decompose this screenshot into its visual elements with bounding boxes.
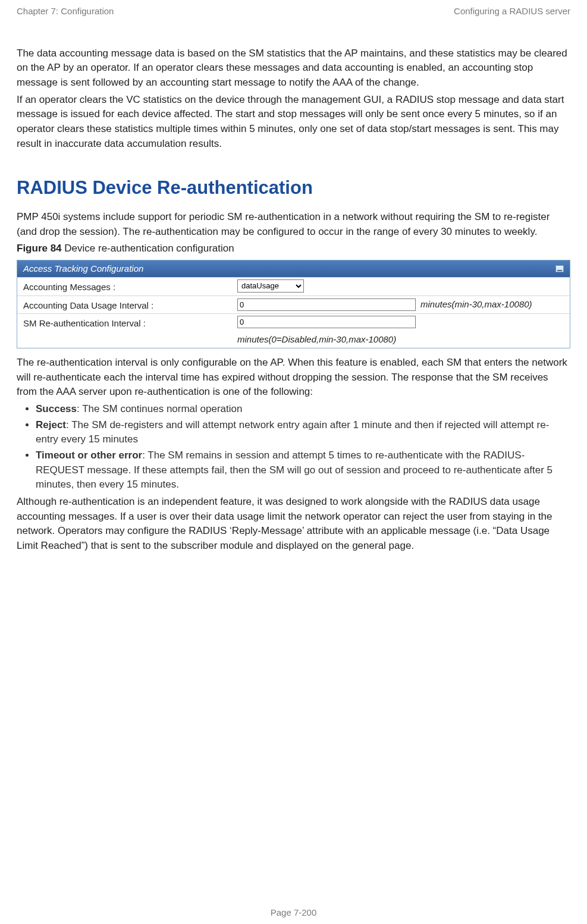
- config-row-data-usage-interval: Accounting Data Usage Interval : minutes…: [17, 296, 570, 314]
- response-list: Success: The SM continues normal operati…: [36, 402, 570, 492]
- reauth-interval-input[interactable]: [237, 316, 416, 328]
- figure-caption-text: Device re-authentication configuration: [62, 243, 234, 254]
- accounting-messages-select[interactable]: dataUsage: [237, 279, 304, 293]
- data-usage-interval-input[interactable]: [237, 298, 416, 311]
- bullet-text: : The SM continues normal operation: [77, 403, 242, 414]
- reauth-description: The re-authentication interval is only c…: [17, 356, 570, 400]
- section-intro: PMP 450i systems include support for per…: [17, 210, 570, 239]
- hint-reauth-interval: minutes(0=Disabled,min-30,max-10080): [237, 333, 396, 346]
- config-row-accounting-messages: Accounting Messages : dataUsage: [17, 277, 570, 296]
- running-header: Chapter 7: Configuration Configuring a R…: [17, 5, 570, 18]
- figure-label: Figure 84: [17, 243, 62, 254]
- reauth-closing: Although re-authentication is an indepen…: [17, 495, 570, 554]
- hint-data-usage-interval: minutes(min-30,max-10080): [420, 298, 532, 311]
- label-data-usage-interval: Accounting Data Usage Interval :: [23, 298, 237, 312]
- intro-paragraph-2: If an operator clears the VC statistics …: [17, 93, 570, 152]
- figure-caption: Figure 84 Device re-authentication confi…: [17, 241, 570, 256]
- config-title: Access Tracking Configuration: [23, 262, 143, 275]
- bullet-term: Reject: [36, 419, 66, 430]
- page-footer: Page 7-200: [0, 906, 587, 919]
- list-item: Reject: The SM de-registers and will att…: [36, 418, 570, 447]
- config-panel: Access Tracking Configuration Accounting…: [17, 260, 570, 348]
- label-accounting-messages: Accounting Messages :: [23, 279, 237, 294]
- header-right: Configuring a RADIUS server: [454, 5, 570, 18]
- label-reauth-interval: SM Re-authentication Interval :: [23, 316, 237, 330]
- list-item: Timeout or other error: The SM remains i…: [36, 448, 570, 492]
- bullet-term: Timeout or other error: [36, 450, 142, 461]
- header-left: Chapter 7: Configuration: [17, 5, 114, 18]
- section-heading: RADIUS Device Re-authentication: [17, 175, 570, 202]
- intro-paragraph-1: The data accounting message data is base…: [17, 46, 570, 90]
- list-item: Success: The SM continues normal operati…: [36, 402, 570, 417]
- bullet-text: : The SM de-registers and will attempt n…: [36, 419, 549, 445]
- config-titlebar: Access Tracking Configuration: [17, 260, 570, 277]
- minimize-icon[interactable]: [555, 265, 564, 272]
- config-row-reauth-interval: SM Re-authentication Interval : minutes(…: [17, 313, 570, 348]
- bullet-term: Success: [36, 403, 77, 414]
